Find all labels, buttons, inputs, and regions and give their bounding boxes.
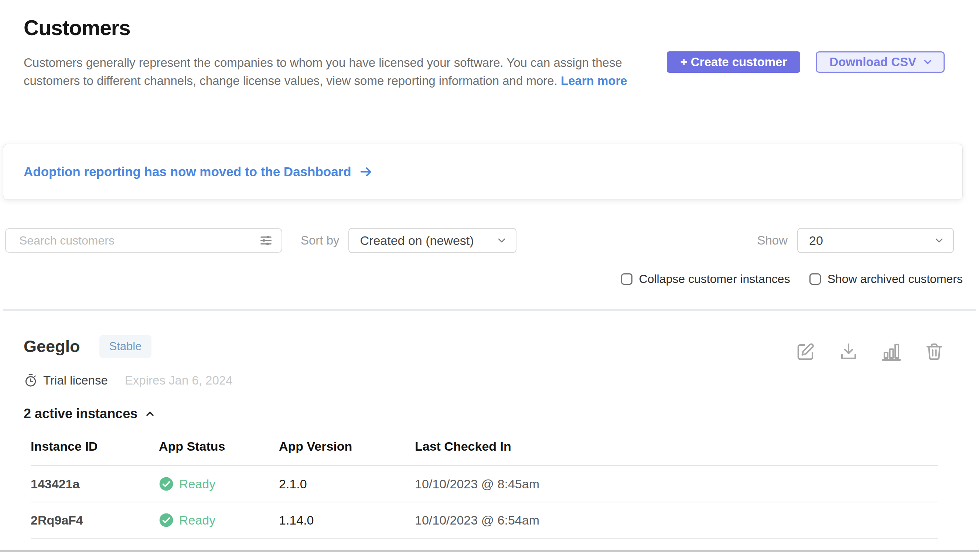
- instance-row: 143421a Ready 2.1.0 10/10/2023 @ 8:45am: [31, 466, 938, 502]
- search-input[interactable]: [5, 228, 282, 253]
- app-version-cell: 2.1.0: [279, 466, 415, 502]
- customer-actions: [796, 342, 945, 362]
- instance-id-cell: 143421a: [31, 466, 159, 502]
- edit-icon: [796, 342, 816, 362]
- trash-icon: [924, 342, 944, 362]
- column-header-app-version: App Version: [279, 435, 415, 466]
- filter-icon[interactable]: [259, 233, 274, 248]
- status-ready-text: Ready: [179, 477, 215, 491]
- chevron-up-icon: [144, 408, 156, 420]
- last-checked-in-cell: 10/10/2023 @ 6:54am: [415, 502, 938, 538]
- download-license-button[interactable]: [838, 342, 859, 362]
- page-title: Customers: [23, 15, 945, 40]
- collapse-instances-label: Collapse customer instances: [639, 272, 790, 286]
- bar-chart-icon: [881, 342, 901, 362]
- sort-select[interactable]: Created on (newest): [349, 228, 517, 253]
- edit-customer-button[interactable]: [796, 342, 816, 362]
- adoption-banner: Adoption reporting has now moved to the …: [3, 144, 963, 200]
- sort-select-value: Created on (newest): [360, 233, 474, 248]
- page-description-text: Customers generally represent the compan…: [23, 56, 622, 88]
- instances-toggle[interactable]: 2 active instances: [23, 406, 156, 422]
- app-status-cell: Ready: [159, 502, 279, 538]
- download-icon: [839, 342, 859, 362]
- delete-customer-button[interactable]: [924, 342, 945, 362]
- bottom-divider: [0, 550, 979, 552]
- show-archived-checkbox[interactable]: [809, 273, 821, 285]
- license-type: Trial license: [43, 373, 108, 387]
- customer-card: Geeglo Stable Trial license Expires Jan …: [23, 331, 945, 538]
- timer-icon: [23, 373, 38, 387]
- customer-card-header: Geeglo Stable: [23, 331, 945, 362]
- instances-table-header-row: Instance ID App Status App Version Last …: [31, 435, 938, 466]
- chevron-down-icon: [922, 57, 933, 68]
- analytics-button[interactable]: [881, 342, 902, 362]
- adoption-banner-link[interactable]: Adoption reporting has now moved to the …: [23, 164, 374, 179]
- header-actions: + Create customer Download CSV: [667, 51, 945, 73]
- search-wrapper: [5, 228, 282, 253]
- download-csv-label: Download CSV: [829, 55, 916, 69]
- instance-id-cell: 2Rq9aF4: [31, 502, 159, 538]
- customer-name[interactable]: Geeglo: [23, 337, 80, 356]
- license-row: Trial license Expires Jan 6, 2024: [23, 373, 945, 387]
- show-select[interactable]: 20: [797, 228, 954, 253]
- create-customer-button[interactable]: + Create customer: [667, 51, 800, 73]
- column-header-last-checked-in: Last Checked In: [415, 435, 938, 466]
- adoption-banner-text: Adoption reporting has now moved to the …: [23, 164, 351, 179]
- app-status-cell: Ready: [159, 466, 279, 502]
- status-ready-text: Ready: [179, 513, 215, 527]
- check-circle-icon: [159, 513, 173, 527]
- list-options: Collapse customer instances Show archive…: [621, 272, 963, 286]
- section-divider: [3, 309, 976, 311]
- instances-toggle-label: 2 active instances: [23, 406, 137, 422]
- instance-row: 2Rq9aF4 Ready 1.14.0 10/10/2023 @ 6:54am: [31, 502, 938, 538]
- check-circle-icon: [159, 477, 173, 491]
- collapse-instances-checkbox[interactable]: [621, 273, 632, 285]
- page-header: Customers Customers generally represent …: [23, 15, 945, 90]
- page-description: Customers generally represent the compan…: [23, 54, 633, 90]
- create-customer-label: + Create customer: [680, 55, 787, 69]
- last-checked-in-cell: 10/10/2023 @ 8:45am: [415, 466, 938, 502]
- arrow-right-icon: [359, 164, 374, 179]
- collapse-instances-option[interactable]: Collapse customer instances: [621, 272, 790, 286]
- show-archived-option[interactable]: Show archived customers: [809, 272, 963, 286]
- instances-table: Instance ID App Status App Version Last …: [31, 435, 938, 538]
- list-controls: Sort by Created on (newest) Show 20: [5, 228, 954, 253]
- show-select-value: 20: [809, 233, 823, 248]
- learn-more-link[interactable]: Learn more: [561, 74, 627, 88]
- channel-badge: Stable: [99, 335, 152, 358]
- license-expiry: Expires Jan 6, 2024: [125, 373, 233, 387]
- app-version-cell: 1.14.0: [279, 502, 415, 538]
- show-archived-label: Show archived customers: [827, 272, 963, 286]
- chevron-down-icon: [496, 235, 508, 247]
- column-header-app-status: App Status: [159, 435, 279, 466]
- chevron-down-icon: [933, 235, 945, 247]
- column-header-instance-id: Instance ID: [31, 435, 159, 466]
- download-csv-button[interactable]: Download CSV: [816, 51, 945, 73]
- show-label: Show: [757, 233, 788, 247]
- sort-by-label: Sort by: [301, 233, 340, 247]
